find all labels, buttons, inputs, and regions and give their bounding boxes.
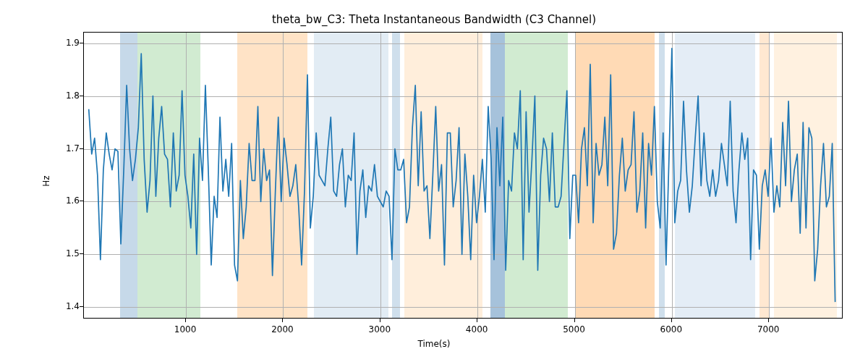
chart-figure: theta_bw_C3: Theta Instantaneous Bandwid…: [0, 0, 868, 362]
y-tick-label: 1.8: [58, 90, 80, 101]
y-tick-mark: [80, 306, 83, 307]
y-axis-label: Hz: [41, 175, 51, 186]
x-tick-mark: [282, 319, 283, 322]
x-tick-label: 4000: [466, 324, 488, 334]
y-tick-label: 1.5: [58, 248, 80, 258]
y-tick-mark: [80, 253, 83, 254]
x-tick-mark: [768, 319, 769, 322]
x-tick-mark: [477, 319, 477, 322]
x-tick-mark: [671, 319, 672, 322]
x-tick-label: 6000: [660, 324, 683, 334]
y-tick-label: 1.4: [58, 301, 80, 311]
x-tick-label: 5000: [563, 324, 585, 334]
x-tick-label: 3000: [369, 324, 391, 334]
y-tick-label: 1.6: [58, 195, 80, 206]
x-axis-label: Time(s): [0, 339, 868, 349]
x-tick-label: 7000: [757, 324, 780, 334]
y-tick-label: 1.7: [58, 143, 80, 153]
y-tick-mark: [80, 148, 83, 149]
y-tick-mark: [80, 96, 83, 96]
chart-axes: [83, 32, 843, 319]
x-tick-mark: [574, 319, 575, 322]
line-series: [84, 33, 842, 318]
chart-title: theta_bw_C3: Theta Instantaneous Bandwid…: [0, 13, 868, 26]
x-tick-mark: [380, 319, 380, 322]
y-tick-mark: [80, 201, 83, 201]
x-tick-label: 2000: [271, 324, 294, 334]
x-tick-label: 1000: [174, 324, 197, 334]
x-tick-mark: [185, 319, 186, 322]
y-tick-label: 1.9: [58, 38, 80, 48]
y-tick-mark: [80, 43, 83, 43]
